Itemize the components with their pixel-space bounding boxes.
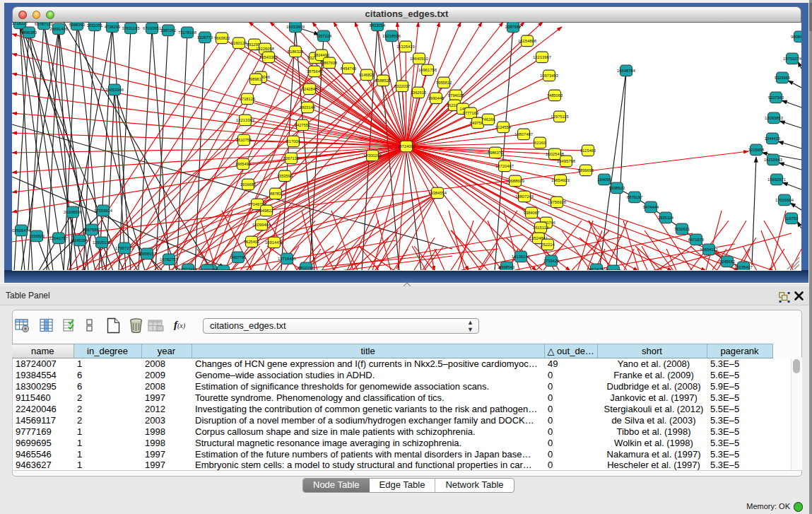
svg-text:3215958: 3215958 — [748, 148, 765, 152]
svg-text:949822: 949822 — [259, 209, 273, 213]
svg-text:13495798: 13495798 — [557, 159, 575, 163]
svg-text:1718227: 1718227 — [12, 22, 28, 25]
svg-text:1615112: 1615112 — [533, 226, 548, 230]
svg-text:5098393: 5098393 — [69, 23, 86, 27]
svg-text:8322037: 8322037 — [394, 84, 411, 88]
svg-text:67010651: 67010651 — [143, 26, 161, 30]
svg-text:98961: 98961 — [250, 77, 261, 81]
svg-text:20206536: 20206536 — [64, 210, 82, 214]
svg-text:12505135: 12505135 — [93, 240, 111, 245]
svg-text:1145194: 1145194 — [72, 238, 88, 243]
svg-text:1733426: 1733426 — [543, 259, 560, 263]
svg-text:10973493: 10973493 — [540, 74, 558, 78]
svg-text:16914479: 16914479 — [265, 240, 283, 245]
svg-text:116753: 116753 — [785, 216, 799, 221]
svg-text:15720407: 15720407 — [495, 164, 514, 168]
svg-text:37631165: 37631165 — [122, 26, 139, 30]
svg-text:10958157: 10958157 — [138, 252, 156, 256]
svg-text:12213967: 12213967 — [533, 55, 551, 59]
svg-text:17957273: 17957273 — [115, 246, 134, 250]
svg-text:19218506: 19218506 — [382, 34, 401, 38]
svg-text:17359924: 17359924 — [94, 209, 113, 213]
svg-text:252214: 252214 — [541, 243, 555, 247]
svg-text:18300295: 18300295 — [363, 153, 382, 158]
svg-text:164095: 164095 — [597, 177, 611, 182]
svg-text:34624751: 34624751 — [587, 267, 606, 270]
svg-text:3875645: 3875645 — [307, 69, 323, 74]
svg-text:1990448: 1990448 — [428, 96, 445, 100]
svg-text:9227343: 9227343 — [768, 95, 784, 100]
svg-text:7955812: 7955812 — [436, 81, 452, 85]
svg-text:8267130: 8267130 — [283, 156, 300, 160]
svg-text:4896383: 4896383 — [21, 30, 37, 35]
svg-text:1244415: 1244415 — [765, 136, 781, 141]
svg-text:20053346: 20053346 — [105, 88, 124, 92]
svg-text:1156829: 1156829 — [29, 234, 45, 238]
svg-text:19384554: 19384554 — [428, 191, 447, 195]
svg-text:16543382: 16543382 — [259, 55, 278, 59]
svg-text:16154808: 16154808 — [518, 39, 536, 43]
svg-text:10975857: 10975857 — [83, 228, 101, 232]
svg-text:2803144: 2803144 — [300, 105, 316, 110]
svg-text:15751074: 15751074 — [783, 57, 801, 61]
svg-text:9794028: 9794028 — [448, 93, 464, 98]
svg-text:9115460: 9115460 — [580, 148, 596, 153]
svg-text:8427552: 8427552 — [295, 123, 311, 127]
svg-text:16961758: 16961758 — [418, 68, 437, 72]
svg-text:19654923: 19654923 — [551, 178, 570, 182]
svg-text:10807487: 10807487 — [514, 132, 533, 136]
svg-text:9457791: 9457791 — [230, 255, 247, 259]
svg-text:1610755: 1610755 — [236, 138, 252, 142]
svg-text:2718126: 2718126 — [240, 97, 256, 101]
svg-text:3387262: 3387262 — [160, 28, 177, 33]
svg-text:7991183: 7991183 — [606, 269, 621, 270]
svg-text:17016504: 17016504 — [775, 198, 794, 202]
svg-text:16782759: 16782759 — [160, 257, 178, 262]
svg-text:65787133: 65787133 — [35, 22, 53, 26]
svg-text:1916685: 1916685 — [240, 182, 257, 187]
svg-text:9329966: 9329966 — [775, 76, 791, 80]
svg-text:9245652: 9245652 — [719, 259, 736, 264]
svg-text:2087682: 2087682 — [505, 25, 522, 29]
svg-text:8186323: 8186323 — [288, 49, 304, 54]
svg-text:2867608: 2867608 — [322, 61, 338, 65]
svg-text:1353594: 1353594 — [277, 174, 293, 178]
svg-text:10025438: 10025438 — [546, 152, 564, 156]
svg-text:1588520: 1588520 — [375, 78, 392, 83]
svg-text:7357224: 7357224 — [316, 34, 332, 38]
svg-text:73178108: 73178108 — [178, 30, 196, 35]
svg-text:12975115: 12975115 — [551, 115, 568, 119]
svg-text:88783: 88783 — [270, 192, 281, 196]
svg-text:9160124: 9160124 — [231, 41, 247, 45]
svg-text:2935114: 2935114 — [658, 216, 674, 220]
svg-text:9474444: 9474444 — [643, 205, 659, 209]
svg-text:98084124: 98084124 — [791, 35, 801, 39]
svg-text:8813054: 8813054 — [370, 23, 386, 28]
svg-text:1965493: 1965493 — [235, 162, 252, 166]
svg-text:12942757: 12942757 — [49, 236, 68, 240]
svg-text:6879197: 6879197 — [627, 195, 643, 199]
svg-text:5938923: 5938923 — [609, 186, 625, 190]
svg-text:1326773: 1326773 — [197, 35, 213, 40]
svg-text:7986372: 7986372 — [488, 151, 504, 155]
svg-text:1824493: 1824493 — [314, 53, 330, 57]
svg-text:9777169: 9777169 — [463, 111, 479, 115]
svg-text:746266: 746266 — [481, 117, 495, 122]
svg-text:4738299: 4738299 — [105, 25, 121, 29]
svg-text:25135427: 25135427 — [734, 265, 753, 269]
svg-text:16033809: 16033809 — [286, 25, 305, 29]
svg-text:18640910: 18640910 — [410, 57, 428, 61]
svg-text:1362615: 1362615 — [411, 90, 427, 95]
svg-text:10654112: 10654112 — [700, 247, 717, 252]
svg-text:13226058: 13226058 — [256, 47, 274, 51]
svg-text:3124554: 3124554 — [495, 125, 512, 129]
svg-text:12093853: 12093853 — [765, 116, 783, 120]
svg-text:817006: 817006 — [286, 139, 300, 144]
svg-text:6998543: 6998543 — [499, 265, 515, 269]
svg-text:16210643: 16210643 — [764, 158, 782, 162]
svg-text:02606474: 02606474 — [12, 228, 31, 233]
svg-text:15692971: 15692971 — [767, 177, 786, 182]
svg-text:8454749: 8454749 — [341, 66, 357, 71]
svg-text:20691406: 20691406 — [49, 27, 68, 31]
svg-text:7625402: 7625402 — [244, 240, 260, 244]
